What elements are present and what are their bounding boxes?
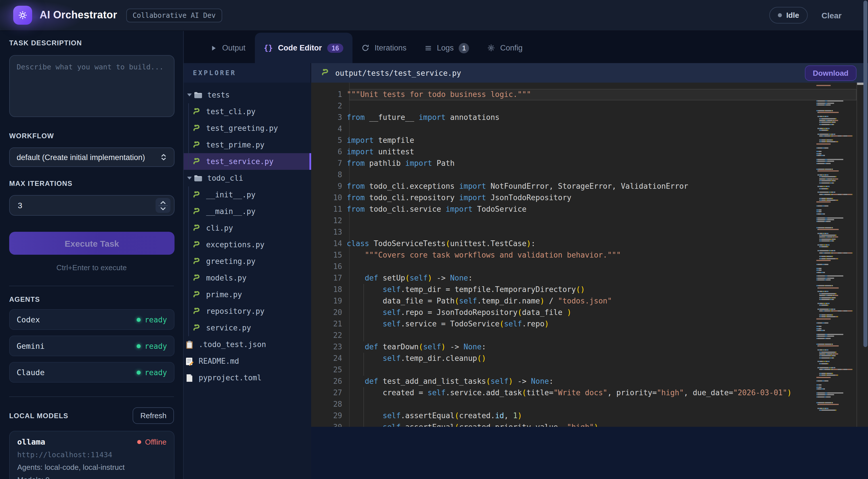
code-line-22: 22	[311, 330, 868, 341]
code-line-19: 19 data_file = Path(self.temp_dir.name) …	[311, 296, 868, 307]
python-icon	[192, 224, 202, 233]
tree-file-repository.py[interactable]: repository.py	[184, 303, 311, 319]
local-models-list: ollamaOfflinehttp://localhost:11434Agent…	[9, 431, 174, 479]
code-line-20: 20 self.repo = JsonTodoRepository(data_f…	[311, 307, 868, 318]
task-description-label: TASK DESCRIPTION	[9, 39, 174, 47]
code-line-27: 27 created = self.service.add_task(title…	[311, 387, 868, 399]
execute-task-button[interactable]: Execute Task	[9, 232, 175, 255]
status-label: Idle	[786, 11, 799, 20]
file-path-bar: output/tests/test_service.py Download	[311, 63, 868, 82]
tree-file-.todo_test.json[interactable]: .todo_test.json	[184, 336, 311, 353]
code-line-30: 30 self.assertEqual(created.priority.val…	[311, 422, 868, 427]
minimap[interactable]	[816, 85, 857, 412]
clear-button[interactable]: Clear	[822, 11, 842, 20]
code-line-9: 9from todo_cli.exceptions import NotFoun…	[311, 181, 868, 192]
code-line-12: 12	[311, 215, 868, 227]
code-line-25: 25	[311, 364, 868, 376]
tree-file-service.py[interactable]: service.py	[184, 319, 311, 336]
tree-file-pyproject.toml[interactable]: pyproject.toml	[184, 369, 311, 386]
code-line-6: 6import unittest	[311, 146, 868, 158]
code-line-8: 8	[311, 169, 868, 181]
max-iterations-label: MAX ITERATIONS	[9, 179, 174, 187]
code-line-10: 10from todo_cli.repository import JsonTo…	[311, 192, 868, 204]
tab-bar: Output{}Code Editor16IterationsLogs1Conf…	[184, 31, 868, 63]
code-line-16: 16	[311, 261, 868, 272]
agents-label: AGENTS	[9, 296, 174, 304]
python-icon	[192, 157, 202, 166]
code-line-15: 15 """Covers core task workflows and val…	[311, 249, 868, 261]
code-line-7: 7from pathlib import Path	[311, 158, 868, 169]
tree-file-test_service.py[interactable]: test_service.py	[184, 153, 311, 170]
app-subtitle-badge: Collaborative AI Dev	[126, 8, 222, 22]
tree-file-cli.py[interactable]: cli.py	[184, 220, 311, 236]
task-description-input[interactable]: Describe what you want to build...	[9, 55, 175, 117]
minimap-separator	[857, 82, 857, 427]
app-root: AI Orchestrator Collaborative AI Dev Idl…	[0, 0, 868, 479]
stepper-buttons[interactable]	[156, 198, 170, 213]
folder-icon	[193, 174, 203, 183]
python-icon	[192, 140, 202, 149]
tree-file-test_prime.py[interactable]: test_prime.py	[184, 137, 311, 153]
code-line-21: 21 self.service = TodoService(self.repo)	[311, 318, 868, 330]
tree-folder-tests[interactable]: tests	[184, 87, 311, 103]
refresh-icon	[362, 44, 369, 52]
stepper-up-icon	[160, 200, 166, 205]
divider	[9, 397, 174, 397]
workflow-value: default (Create initial implementation)	[17, 153, 160, 162]
divider	[9, 286, 174, 286]
agent-row-gemini: Geminiready	[9, 336, 175, 356]
tab-config[interactable]: Config	[478, 33, 532, 63]
tab-output[interactable]: Output	[201, 33, 255, 63]
code-line-11: 11from todo_cli.service import TodoServi…	[311, 204, 868, 215]
tree-folder-todo_cli[interactable]: todo_cli	[184, 170, 311, 186]
chevron-down-icon	[185, 177, 193, 179]
tree-file-models.py[interactable]: models.py	[184, 270, 311, 286]
code-editor[interactable]: 1"""Unit tests for todo business logic."…	[311, 82, 868, 427]
code-line-14: 14class TodoServiceTests(unittest.TestCa…	[311, 238, 868, 249]
max-iterations-input[interactable]: 3	[9, 195, 175, 216]
python-icon	[192, 107, 202, 116]
tab-code-editor[interactable]: {}Code Editor16	[255, 33, 353, 63]
python-icon	[192, 290, 202, 299]
tab-logs[interactable]: Logs1	[415, 33, 478, 63]
code-line-13: 13	[311, 227, 868, 238]
list-icon	[425, 44, 432, 52]
code-line-26: 26 def test_add_and_list_tasks(self) -> …	[311, 376, 868, 387]
python-icon	[192, 124, 202, 133]
python-icon	[321, 68, 330, 77]
python-icon	[192, 273, 202, 282]
tab-iterations[interactable]: Iterations	[353, 33, 415, 63]
code-area: 1"""Unit tests for todo business logic."…	[311, 89, 868, 427]
tree-file-prime.py[interactable]: prime.py	[184, 286, 311, 303]
readme-icon	[185, 356, 194, 366]
tree-file-test_greeting.py[interactable]: test_greeting.py	[184, 120, 311, 137]
tree-file-README.md[interactable]: README.md	[184, 353, 311, 369]
workflow-select[interactable]: default (Create initial implementation)	[9, 147, 175, 167]
local-models-label: LOCAL MODELS	[9, 412, 68, 420]
folder-icon	[193, 90, 203, 100]
download-button[interactable]: Download	[805, 65, 857, 80]
gear-icon	[488, 44, 495, 52]
python-icon	[192, 207, 202, 216]
refresh-button[interactable]: Refresh	[133, 407, 174, 424]
code-line-17: 17 def setUp(self) -> None:	[311, 272, 868, 284]
code-line-3: 3from __future__ import annotations	[311, 112, 868, 123]
tree-file-__main__.py[interactable]: __main__.py	[184, 203, 311, 220]
code-line-4: 4	[311, 123, 868, 135]
agent-row-claude: Claudeready	[9, 362, 175, 383]
tree-file-exceptions.py[interactable]: exceptions.py	[184, 236, 311, 253]
python-icon	[192, 240, 202, 249]
file-path: output/tests/test_service.py	[335, 69, 805, 77]
sidebar: TASK DESCRIPTION Describe what you want …	[0, 31, 184, 479]
toml-icon	[185, 373, 194, 382]
page-scrollbar[interactable]	[863, 1, 867, 347]
code-line-2: 2	[311, 100, 868, 112]
status-dot	[778, 13, 782, 17]
editor-panel: 1"""Unit tests for todo business logic."…	[311, 82, 868, 479]
tree-file-__init__.py[interactable]: __init__.py	[184, 186, 311, 203]
select-chevrons-icon	[160, 153, 167, 161]
tree-file-test_cli.py[interactable]: test_cli.py	[184, 103, 311, 120]
max-iterations-value: 3	[18, 201, 156, 210]
tree-file-greeting.py[interactable]: greeting.py	[184, 253, 311, 270]
code-line-29: 29 self.assertEqual(created.id, 1)	[311, 410, 868, 422]
